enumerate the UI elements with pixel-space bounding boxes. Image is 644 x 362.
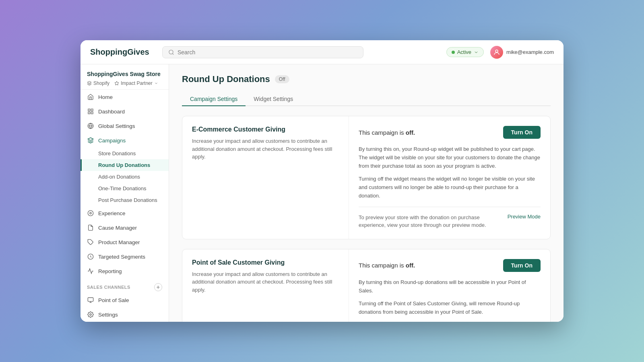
pos-campaign-inner: Point of Sale Customer Giving Increase y… [182,249,550,322]
sidebar-item-round-up-donations[interactable]: Round Up Donations [80,159,169,171]
ecommerce-desc1: By turning this on, your Round-up widget… [359,145,541,170]
svg-point-10 [90,212,91,214]
preview-text: To preview your store with the donation … [359,214,501,229]
sidebar-item-targeted-segments[interactable]: Targeted Segments [80,249,169,264]
settings-icon [87,311,94,318]
targeted-segments-label: Targeted Segments [98,254,145,260]
user-email: mike@example.com [506,49,554,55]
ecommerce-campaign-section: E-Commerce Customer Giving Increase your… [182,116,551,239]
svg-point-1 [495,50,498,52]
pos-turn-on-button[interactable]: Turn On [503,259,541,272]
sidebar-item-store-donations[interactable]: Store Donations [80,148,169,159]
sidebar-item-global-settings[interactable]: Global Settings [80,119,169,133]
svg-point-9 [88,210,93,216]
svg-rect-3 [88,109,90,111]
experience-icon [87,210,94,217]
avatar [490,46,503,59]
sidebar-item-point-of-sale[interactable]: Point of Sale [80,293,169,307]
reporting-icon [87,267,94,275]
ecommerce-campaign-right: This campaign is off. Turn On By turning… [349,116,550,239]
ecommerce-description: Increase your impact and allow customers… [192,137,339,161]
tab-widget-settings[interactable]: Widget Settings [246,93,301,106]
pos-title: Point of Sale Customer Giving [192,259,339,266]
svg-rect-6 [91,112,93,114]
tabs-bar: Campaign Settings Widget Settings [182,93,551,106]
platform-label: Shopify [93,80,109,86]
logo: ShoppingGives [90,47,149,57]
point-of-sale-label: Point of Sale [98,297,129,303]
ecommerce-turn-on-button[interactable]: Turn On [503,126,541,139]
sidebar-item-campaigns[interactable]: Campaigns [80,133,169,148]
campaigns-icon [87,137,94,144]
sidebar-item-dashboard[interactable]: Dashboard [80,104,169,119]
dashboard-icon [87,108,94,115]
user-info: mike@example.com [490,46,554,59]
sidebar-item-product-manager[interactable]: Product Manager [80,235,169,249]
ecommerce-status-text: This campaign is off. [359,129,415,136]
pos-campaign-left: Point of Sale Customer Giving Increase y… [182,249,349,322]
global-settings-label: Global Settings [98,123,135,129]
svg-rect-5 [88,112,90,114]
product-manager-label: Product Manager [98,239,140,245]
pos-status-prefix: This campaign is [359,262,404,269]
partner-badge[interactable]: Impact Partner [114,80,158,86]
pos-campaign-right: This campaign is off. Turn On By turning… [349,249,550,322]
sidebar-item-experience[interactable]: Experience [80,206,169,220]
preview-row: To preview your store with the donation … [359,214,541,229]
svg-point-16 [90,314,91,315]
svg-rect-13 [88,298,93,301]
page-title: Round Up Donations [182,74,270,84]
content-area: Round Up Donations Off Campaign Settings… [169,64,564,322]
search-icon [168,49,174,56]
product-icon [87,239,94,246]
pos-desc2: Turning off the Point of Sales Customer … [359,300,541,317]
page-status-badge: Off [275,75,289,83]
store-meta: Shopify Impact Partner [87,80,162,86]
partner-label: Impact Partner [121,80,153,86]
add-channel-button[interactable]: + [154,283,162,291]
pos-status-text: This campaign is off. [359,262,415,269]
tab-campaign-settings[interactable]: Campaign Settings [182,93,246,106]
ecommerce-status-row: This campaign is off. Turn On [359,126,541,139]
page-header: Round Up Donations Off [182,74,551,84]
shopify-icon [87,81,92,86]
top-nav: ShoppingGives Active mike@example.com [80,40,564,64]
pos-campaign-section: Point of Sale Customer Giving Increase y… [182,249,551,322]
sidebar-item-add-on-donations[interactable]: Add-on Donations [80,171,169,183]
sidebar-item-cause-manager[interactable]: Cause Manager [80,220,169,235]
preview-mode-link[interactable]: Preview Mode [508,214,541,220]
chevron-down-icon [474,50,479,55]
ecommerce-campaign-inner: E-Commerce Customer Giving Increase your… [182,116,550,239]
home-label: Home [98,94,113,100]
store-header: ShoppingGives Swag Store Shopify Impact … [80,64,169,90]
sidebar: ShoppingGives Swag Store Shopify Impact … [80,64,169,322]
pos-status-row: This campaign is off. Turn On [359,259,541,272]
cause-manager-label: Cause Manager [98,225,137,231]
app-window: ShoppingGives Active mike@example.com [80,40,564,322]
sales-channels-label: SALES CHANNELS [87,285,130,290]
active-status-badge[interactable]: Active [446,47,484,57]
home-icon [87,93,94,101]
nav-right: Active mike@example.com [446,46,554,59]
divider [359,207,541,207]
experience-label: Experience [98,210,126,216]
sidebar-item-home[interactable]: Home [80,90,169,104]
search-input[interactable] [178,49,357,56]
sidebar-item-post-purchase-donations[interactable]: Post Purchase Donations [80,194,169,206]
ecommerce-campaign-left: E-Commerce Customer Giving Increase your… [182,116,349,239]
sidebar-item-reporting[interactable]: Reporting [80,264,169,278]
active-label: Active [457,49,471,55]
pos-description: Increase your impact and allow customers… [192,270,339,294]
sidebar-item-settings[interactable]: Settings [80,307,169,322]
pos-status-value: off. [406,262,415,269]
star-icon [114,81,119,86]
dropdown-icon [154,81,158,85]
search-bar[interactable] [162,46,363,58]
sidebar-item-one-time-donations[interactable]: One-Time Donations [80,183,169,194]
store-name: ShoppingGives Swag Store [87,71,162,77]
sales-channels-section: SALES CHANNELS + [80,278,169,293]
campaigns-label: Campaigns [98,138,126,144]
settings-label: Settings [98,312,118,318]
svg-rect-4 [91,109,93,111]
platform-badge[interactable]: Shopify [87,80,109,86]
